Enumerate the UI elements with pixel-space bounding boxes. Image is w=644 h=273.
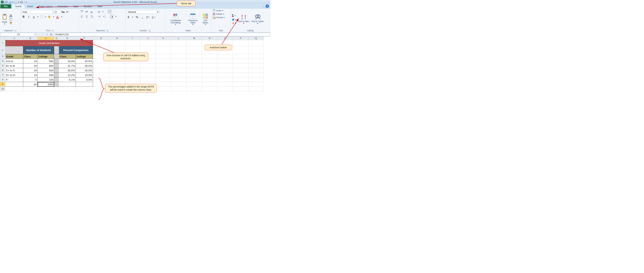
row-header-7[interactable]: 7 [0,73,5,77]
data-tab[interactable]: Data [70,4,81,8]
col-header-P[interactable]: P [233,37,248,40]
row-header-2[interactable]: 2 [0,46,5,54]
fill-more[interactable] [53,16,54,17]
cell-styles-button[interactable]: Cell Styles [200,13,210,25]
borders-more[interactable] [45,16,46,17]
align-left-icon[interactable] [80,15,84,18]
review-tab[interactable]: Review [81,4,94,8]
col-header-G[interactable]: G [93,37,109,40]
redo-icon[interactable] [14,0,17,4]
row-header-8[interactable]: 8 [0,77,5,82]
italic-button[interactable]: I [27,15,30,18]
format-painter-icon[interactable] [9,21,13,25]
autosum-button[interactable]: Σ [232,14,236,18]
fx-button[interactable]: fx [49,33,53,36]
underline-more[interactable] [37,16,38,17]
font-color-icon[interactable]: A [56,15,60,18]
col-header-E[interactable]: E [59,37,76,40]
minimize-ribbon-icon[interactable]: ◇ [263,5,264,8]
row-header-9[interactable]: 9 [0,82,5,87]
page-layout-tab[interactable]: Page Layout [36,4,55,8]
col-header-A[interactable]: A [5,37,23,40]
col-header-D[interactable]: D [54,37,59,40]
col-header-J[interactable]: J [140,37,156,40]
row-header-5[interactable]: 5 [0,64,5,68]
orientation-icon[interactable]: ab [97,10,101,14]
align-bottom-icon[interactable] [90,10,94,14]
align-top-icon[interactable] [80,10,84,14]
merge-icon[interactable]: a [110,15,114,18]
print-icon[interactable] [20,0,23,4]
font-color-more[interactable] [61,16,62,17]
row-header-1[interactable]: 1 [0,40,5,46]
align-middle-icon[interactable] [85,10,89,14]
col-header-F[interactable]: F [76,37,93,40]
format-cells-button[interactable]: Format [212,16,225,19]
formula-input[interactable]: =SUM(C4:C8) [53,33,270,36]
number-format-select[interactable]: General [126,10,159,14]
view-tab[interactable]: View [94,4,105,8]
sort-filter-button[interactable]: AZ Sort & Filter [238,14,250,24]
wrap-text-icon[interactable] [108,10,112,14]
currency-more[interactable] [132,17,133,18]
bold-button[interactable]: B [22,15,26,18]
redo-more-icon[interactable] [18,2,19,2]
number-launcher[interactable]: ↘ [148,30,150,32]
shrink-font-icon[interactable]: A▾ [65,10,69,14]
col-header-Q[interactable]: Q [248,37,264,40]
copy-icon[interactable] [9,18,13,21]
orientation-more[interactable] [102,11,104,12]
file-tab[interactable]: File [0,4,11,8]
increase-indent-icon[interactable] [102,15,106,18]
save-icon[interactable] [4,0,8,4]
undo-icon[interactable] [8,0,11,4]
clipboard-launcher[interactable]: ↘ [14,30,16,32]
col-header-C[interactable]: C [38,37,54,40]
currency-icon[interactable]: $ [126,16,130,19]
col-header-H[interactable]: H [109,37,125,40]
formulas-tab[interactable]: Formulas [55,4,70,8]
row-header-4[interactable]: 4 [0,59,5,64]
col-header-N[interactable]: N [202,37,218,40]
col-header-K[interactable]: K [156,37,171,40]
cut-icon[interactable] [9,14,13,17]
row-header-3[interactable]: 3 [0,54,5,59]
align-right-icon[interactable] [90,15,94,18]
find-select-button[interactable]: Find & Select [251,14,264,24]
grow-font-icon[interactable]: A▴ [61,10,65,14]
col-header-I[interactable]: I [125,37,140,40]
col-header-B[interactable]: B [23,37,38,40]
paste-button[interactable]: Paste [1,14,8,24]
help-icon[interactable]: ? [266,4,269,8]
decrease-decimal-icon[interactable]: .0.00 [152,16,155,19]
merge-more[interactable] [115,16,116,17]
insert-tab[interactable]: Insert [24,4,36,8]
percent-icon[interactable]: % [135,16,139,19]
comma-icon[interactable]: , [140,16,144,19]
clear-button[interactable] [232,22,236,24]
fill-button[interactable] [232,18,236,21]
col-header-M[interactable]: M [186,37,202,40]
cell-C9[interactable]: 2000 [38,82,54,87]
col-header-O[interactable]: O [218,37,233,40]
borders-icon[interactable] [40,15,44,18]
fill-color-icon[interactable] [48,15,52,18]
name-box[interactable]: C9 [0,33,36,36]
cell-title[interactable]: Grade Distribution [5,40,93,46]
format-table-button[interactable]: Format as Table [186,13,200,25]
col-header-L[interactable]: L [171,37,186,40]
delete-cells-button[interactable]: Delete [212,13,224,16]
font-name-select[interactable] [22,10,52,14]
qat-customize-icon[interactable] [26,2,27,2]
font-size-select[interactable] [54,10,61,14]
font-launcher[interactable]: ↘ [52,30,54,32]
alignment-launcher[interactable]: ↘ [106,30,108,32]
increase-decimal-icon[interactable]: .00.0 [146,16,150,19]
insert-cells-button[interactable]: Insert [212,9,224,12]
home-tab[interactable]: Home [12,4,24,8]
row-header-10[interactable]: 10 [0,87,5,91]
decrease-indent-icon[interactable] [97,15,101,18]
underline-button[interactable]: U [32,15,36,18]
undo-more-icon[interactable] [12,2,14,2]
conditional-formatting-button[interactable]: Conditional Formatting [166,13,185,25]
